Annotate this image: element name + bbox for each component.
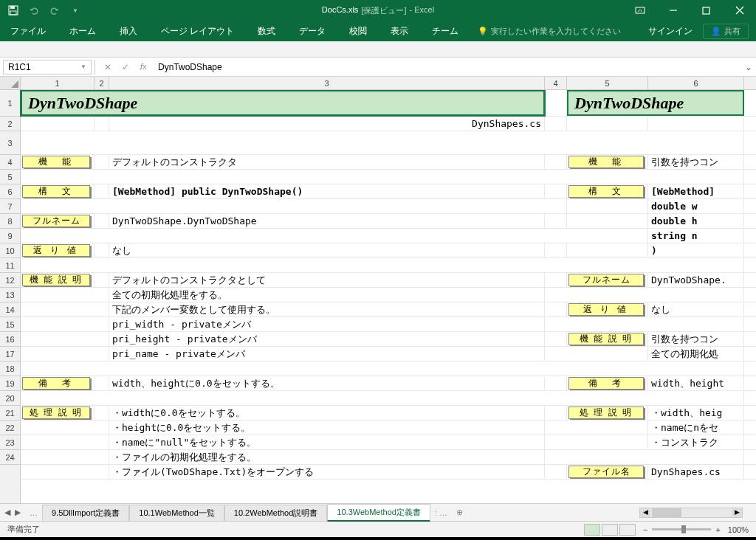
label-kinou[interactable]: 機 能 [568, 156, 644, 168]
label-fullname[interactable]: フルネーム [568, 274, 644, 286]
cell-text[interactable]: ・nameに"null"をセットする。 [109, 435, 545, 449]
cell-text[interactable]: 下記のメンバー変数として使用する。 [109, 302, 545, 317]
tab-file[interactable]: ファイル [6, 22, 50, 41]
tab-nav-prev-icon[interactable]: ◀ [4, 508, 10, 517]
page-break-view-button[interactable] [619, 524, 636, 536]
cell-text[interactable]: デフォルトのコンストラクタ [109, 155, 545, 169]
horizontal-scrollbar[interactable]: ◀ ▶ [639, 508, 743, 518]
ribbon-options-icon[interactable] [623, 0, 656, 21]
row-header[interactable]: 4 [0, 155, 20, 170]
redo-icon[interactable] [49, 4, 61, 16]
label-koubun[interactable]: 構 文 [22, 185, 90, 198]
cell-text[interactable]: DynTwoDShape.DynTwoDShape [109, 214, 545, 228]
cell-text[interactable]: ・ファイル(TwoDShape.Txt)をオープンする [109, 465, 545, 479]
row-header[interactable]: 17 [0, 347, 20, 362]
normal-view-button[interactable] [584, 524, 600, 536]
undo-icon[interactable] [28, 4, 40, 16]
expand-formula-icon[interactable]: ⌄ [741, 62, 756, 72]
label-kaerichi[interactable]: 返 り 値 [22, 244, 90, 257]
row-header[interactable]: 10 [0, 243, 20, 258]
tab-review[interactable]: 校閲 [345, 22, 371, 41]
label-kinousetumei[interactable]: 機 能 説 明 [568, 333, 644, 345]
row-header[interactable]: 22 [0, 421, 20, 435]
tab-overflow-right[interactable]: : … [430, 508, 452, 517]
row-header[interactable]: 16 [0, 332, 20, 347]
select-all-corner[interactable] [0, 77, 21, 89]
close-button[interactable] [723, 0, 756, 21]
cell-text[interactable]: pri_height - privateメンバ [109, 332, 545, 346]
label-bikou[interactable]: 備 考 [22, 377, 90, 390]
cell-text[interactable]: DynTwoDShape. [648, 273, 744, 287]
label-bikou[interactable]: 備 考 [568, 377, 644, 390]
chevron-down-icon[interactable]: ▼ [80, 63, 86, 70]
tab-formulas[interactable]: 数式 [253, 22, 280, 41]
cell-text[interactable]: ・ファイルの初期化処理をする。 [109, 450, 545, 464]
cell-text[interactable]: [WebMethod] public DynTwoDShape() [109, 184, 545, 198]
tab-team[interactable]: チーム [427, 22, 463, 41]
tab-overflow-dots[interactable]: … [25, 508, 42, 517]
cell-text[interactable]: 全ての初期化処 [648, 347, 744, 361]
title-cell[interactable]: DynTwoDShape [567, 90, 744, 116]
label-koubun[interactable]: 構 文 [568, 185, 644, 198]
cell-text[interactable]: ・nameにnをセ [648, 421, 744, 435]
cell-text[interactable]: 引数を持つコン [648, 155, 744, 169]
row-header[interactable]: 13 [0, 288, 20, 302]
label-shorisetumei[interactable]: 処 理 説 明 [568, 407, 644, 419]
row-header[interactable]: 23 [0, 435, 20, 450]
cell-text[interactable]: ) [648, 243, 744, 257]
col-header[interactable]: 3 [109, 77, 545, 89]
cell-text[interactable]: pri_width - privateメンバ [109, 317, 545, 331]
signin-link[interactable]: サインイン [648, 25, 693, 38]
sheet-tab-active[interactable]: 10.3WebMethod定義書 [327, 504, 430, 522]
row-header[interactable]: 14 [0, 302, 20, 317]
row-header[interactable]: 19 [0, 376, 20, 391]
cell-text[interactable]: なし [109, 243, 545, 257]
qat-dropdown-icon[interactable]: ▼ [69, 4, 81, 16]
row-header[interactable]: 21 [0, 406, 20, 421]
cell-text[interactable]: width、heightに0.0をセットする。 [109, 376, 545, 390]
label-filename[interactable]: ファイル名 [568, 466, 644, 478]
tab-pagelayout[interactable]: ページ レイアウト [157, 22, 238, 41]
cell-text[interactable]: pri_name - privateメンバ [109, 347, 545, 361]
row-header[interactable]: 20 [0, 391, 20, 406]
add-sheet-button[interactable]: ⊕ [452, 508, 467, 517]
title-cell[interactable]: DynTwoDShape [21, 90, 545, 116]
formula-input[interactable] [152, 62, 741, 72]
cell-text[interactable]: double w [648, 199, 744, 213]
sheet-tab[interactable]: 9.5DllImport定義書 [42, 505, 129, 521]
tab-insert[interactable]: 挿入 [115, 22, 142, 41]
zoom-out-button[interactable]: − [643, 525, 647, 534]
col-header[interactable]: 4 [545, 77, 567, 89]
minimize-button[interactable] [656, 0, 690, 21]
row-header[interactable]: 5 [0, 170, 20, 184]
tell-me-box[interactable]: 💡 実行したい作業を入力してください [478, 26, 621, 37]
col-header[interactable]: 1 [21, 77, 94, 89]
cell-text[interactable]: DynShapes.cs [109, 117, 545, 131]
scroll-left-icon[interactable]: ◀ [640, 508, 650, 517]
zoom-level[interactable]: 100% [728, 525, 749, 534]
name-box[interactable]: R1C1 ▼ [3, 60, 92, 75]
tab-home[interactable]: ホーム [65, 22, 100, 41]
tab-view[interactable]: 表示 [386, 22, 413, 41]
cell-text[interactable]: double h [648, 214, 744, 228]
row-header[interactable]: 12 [0, 273, 20, 288]
col-header[interactable]: 5 [567, 77, 648, 89]
row-header[interactable]: 7 [0, 199, 20, 214]
cell-text[interactable]: なし [648, 302, 744, 317]
cell-text[interactable]: DynShapes.cs [648, 465, 744, 479]
cell-text[interactable]: width、height [648, 376, 744, 390]
col-header[interactable]: 2 [94, 77, 109, 89]
cell-text[interactable]: デフォルトのコンストラクタとして [109, 273, 545, 287]
row-header[interactable]: 8 [0, 214, 20, 229]
cell-text[interactable]: 全ての初期化処理をする。 [109, 288, 545, 302]
label-fullname[interactable]: フルネーム [22, 215, 90, 227]
row-header[interactable]: 1 [0, 90, 20, 117]
page-layout-view-button[interactable] [602, 524, 618, 536]
row-header[interactable]: 2 [0, 117, 20, 131]
fx-icon[interactable]: fx [134, 60, 152, 75]
row-header[interactable]: 24 [0, 450, 20, 465]
label-kinousetumei[interactable]: 機 能 説 明 [22, 274, 90, 286]
row-header[interactable]: 3 [0, 131, 20, 155]
label-kaerichi[interactable]: 返 り 値 [568, 303, 644, 316]
spreadsheet-grid[interactable]: 123456789101112131415161718192021222324 … [0, 90, 756, 503]
